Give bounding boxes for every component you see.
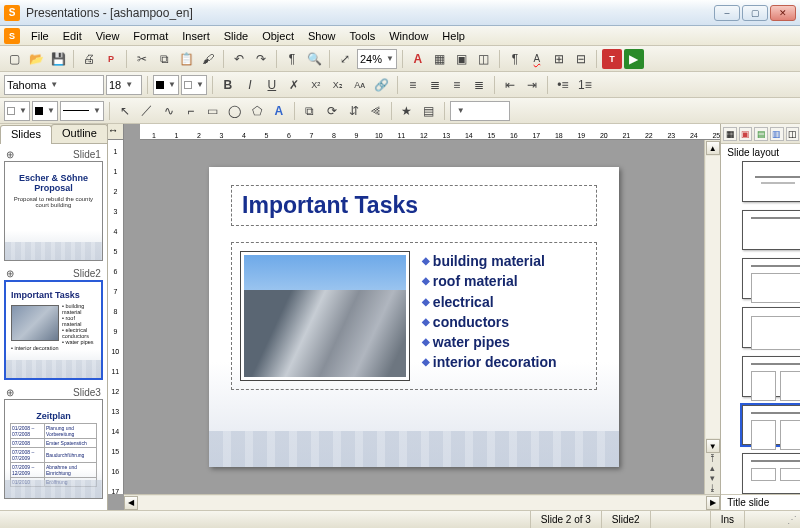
action-combo[interactable]: ▼ xyxy=(450,101,510,121)
horizontal-ruler[interactable]: 1123456789101112131415161718192021222324… xyxy=(140,124,721,140)
vertical-ruler[interactable]: 1123456789101112131415161718 xyxy=(108,140,124,494)
layout-option[interactable] xyxy=(742,453,800,494)
close-button[interactable]: ✕ xyxy=(770,5,796,21)
prev-slide-icon[interactable]: ⭱ xyxy=(708,454,717,463)
autoshape-icon[interactable]: ⬠ xyxy=(247,101,267,121)
minimize-button[interactable]: – xyxy=(714,5,740,21)
save-icon[interactable]: 💾 xyxy=(48,49,68,69)
copy-icon[interactable]: ⧉ xyxy=(154,49,174,69)
prev-icon[interactable]: ▴ xyxy=(710,464,715,473)
layout-option[interactable] xyxy=(742,210,800,251)
allcaps-icon[interactable]: Aᴀ xyxy=(350,75,370,95)
menu-format[interactable]: Format xyxy=(126,28,175,44)
title-placeholder[interactable]: Important Tasks xyxy=(231,185,597,226)
scroll-up-icon[interactable]: ▲ xyxy=(706,141,720,155)
fill-color[interactable]: ▼ xyxy=(4,101,30,121)
image-icon[interactable]: ▣ xyxy=(452,49,472,69)
table-icon[interactable]: ▦ xyxy=(430,49,450,69)
super-icon[interactable]: X² xyxy=(306,75,326,95)
pane-btn-5[interactable]: ◫ xyxy=(786,127,800,141)
layout-option[interactable] xyxy=(742,356,800,397)
grid-icon[interactable]: ⊞ xyxy=(549,49,569,69)
tab-outline[interactable]: Outline xyxy=(51,124,108,143)
pointer-icon[interactable]: ↖ xyxy=(115,101,135,121)
font-color[interactable]: ▼ xyxy=(153,75,179,95)
layout-option[interactable] xyxy=(742,161,800,202)
chart-icon[interactable]: ◫ xyxy=(474,49,494,69)
size-combo[interactable]: 18▼ xyxy=(106,75,142,95)
menu-window[interactable]: Window xyxy=(382,28,435,44)
doc-menu-icon[interactable]: S xyxy=(4,28,20,44)
menu-edit[interactable]: Edit xyxy=(56,28,89,44)
pdf-icon[interactable]: P xyxy=(101,49,121,69)
open-icon[interactable]: 📂 xyxy=(26,49,46,69)
undo-icon[interactable]: ↶ xyxy=(229,49,249,69)
align-center-icon[interactable]: ≣ xyxy=(425,75,445,95)
expand-icon[interactable]: ⊕ xyxy=(6,268,14,279)
find-icon[interactable]: 🔍 xyxy=(304,49,324,69)
pane-btn-3[interactable]: ▤ xyxy=(754,127,768,141)
menu-insert[interactable]: Insert xyxy=(175,28,217,44)
scroll-left-icon[interactable]: ◀ xyxy=(124,496,138,510)
align-obj-icon[interactable]: ⫷ xyxy=(366,101,386,121)
current-slide[interactable]: Important Tasks building material roof m… xyxy=(209,167,619,467)
menu-slide[interactable]: Slide xyxy=(217,28,255,44)
new-icon[interactable]: ▢ xyxy=(4,49,24,69)
connector-icon[interactable]: ⌐ xyxy=(181,101,201,121)
scroll-right-icon[interactable]: ▶ xyxy=(706,496,720,510)
slide-image[interactable] xyxy=(240,251,410,381)
tab-slides[interactable]: Slides xyxy=(0,125,52,144)
order-icon[interactable]: ⇵ xyxy=(344,101,364,121)
print-icon[interactable]: 🖨 xyxy=(79,49,99,69)
indent-icon[interactable]: ⇥ xyxy=(522,75,542,95)
highlight-color[interactable]: ▼ xyxy=(181,75,207,95)
menu-show[interactable]: Show xyxy=(301,28,343,44)
align-right-icon[interactable]: ≡ xyxy=(447,75,467,95)
pane-btn-1[interactable]: ▦ xyxy=(723,127,737,141)
align-left-icon[interactable]: ≡ xyxy=(403,75,423,95)
play-icon[interactable]: ▶ xyxy=(624,49,644,69)
layout-option[interactable] xyxy=(742,307,800,348)
zoom-combo[interactable]: 24%▼ xyxy=(357,49,397,69)
numbering-icon[interactable]: 1≡ xyxy=(575,75,595,95)
redo-icon[interactable]: ↷ xyxy=(251,49,271,69)
expand-icon[interactable]: ⊕ xyxy=(6,387,14,398)
transition-icon[interactable]: T xyxy=(602,49,622,69)
paste-icon[interactable]: 📋 xyxy=(176,49,196,69)
menu-file[interactable]: File xyxy=(24,28,56,44)
anim-icon[interactable]: ★ xyxy=(397,101,417,121)
resize-grip-icon[interactable]: ⋰ xyxy=(784,514,800,525)
scroll-down-icon[interactable]: ▼ xyxy=(706,439,720,453)
curve-icon[interactable]: ∿ xyxy=(159,101,179,121)
link-icon[interactable]: 🔗 xyxy=(372,75,392,95)
slide-layout-icon[interactable]: ▤ xyxy=(419,101,439,121)
slide-thumbnail-2[interactable]: Important Tasks building material roof m… xyxy=(4,280,103,380)
line-color[interactable]: ▼ xyxy=(32,101,58,121)
format-paint-icon[interactable]: 🖌 xyxy=(198,49,218,69)
menu-tools[interactable]: Tools xyxy=(343,28,383,44)
expand-icon[interactable]: ⊕ xyxy=(6,149,14,160)
textbox-icon[interactable]: A xyxy=(408,49,428,69)
sub-icon[interactable]: X₂ xyxy=(328,75,348,95)
rect-icon[interactable]: ▭ xyxy=(203,101,223,121)
horizontal-scrollbar[interactable]: ◀ ▶ xyxy=(124,494,721,510)
strike-icon[interactable]: ✗ xyxy=(284,75,304,95)
outdent-icon[interactable]: ⇤ xyxy=(500,75,520,95)
line-style[interactable]: ▼ xyxy=(60,101,104,121)
rotate-icon[interactable]: ⟳ xyxy=(322,101,342,121)
menu-object[interactable]: Object xyxy=(255,28,301,44)
layout-option[interactable] xyxy=(742,405,800,446)
pane-btn-2[interactable]: ▣ xyxy=(739,127,753,141)
cut-icon[interactable]: ✂ xyxy=(132,49,152,69)
italic-icon[interactable]: I xyxy=(240,75,260,95)
menu-help[interactable]: Help xyxy=(435,28,472,44)
slide-thumbnail-3[interactable]: Zeitplan 01/2008 – 07/2008Planung und Vo… xyxy=(4,399,103,499)
guides-icon[interactable]: ⊟ xyxy=(571,49,591,69)
align-just-icon[interactable]: ≣ xyxy=(469,75,489,95)
textart-icon[interactable]: A xyxy=(269,101,289,121)
slide-canvas[interactable]: Important Tasks building material roof m… xyxy=(124,140,705,494)
char-dialog-icon[interactable]: ¶ xyxy=(282,49,302,69)
bold-icon[interactable]: B xyxy=(218,75,238,95)
underline-icon[interactable]: U xyxy=(262,75,282,95)
layout-option[interactable] xyxy=(742,258,800,299)
